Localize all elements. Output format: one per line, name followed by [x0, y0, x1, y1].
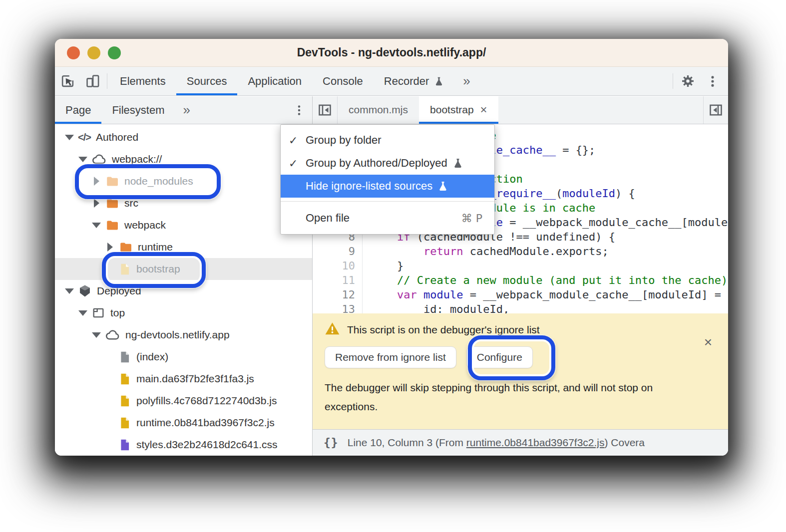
minimize-window-button[interactable]: [87, 46, 100, 59]
more-panels-chevron[interactable]: »: [175, 96, 198, 124]
close-tab-icon[interactable]: ×: [480, 103, 487, 117]
banner-description: The debugger will skip stepping through …: [325, 378, 679, 416]
toolbar-divider: [673, 73, 673, 89]
code-line-10: }: [371, 259, 728, 273]
toolbar-divider: [107, 73, 107, 89]
folder-icon: [118, 240, 133, 255]
tree-item-node-modules[interactable]: node_modules: [55, 170, 312, 192]
line-number-13[interactable]: 13: [313, 302, 355, 313]
configure-button[interactable]: Configure: [466, 346, 533, 368]
tree-item-runtime[interactable]: runtime: [55, 236, 312, 258]
expander-right-icon[interactable]: [91, 177, 102, 186]
folder-icon: [105, 196, 119, 211]
tree-item-main-da63f7b2fe3f1fa3-js[interactable]: main.da63f7b2fe3f1fa3.js: [55, 368, 312, 390]
cloud-icon: [105, 327, 120, 343]
tree-item-src[interactable]: src: [55, 192, 312, 214]
line-number-9[interactable]: 9: [313, 244, 355, 259]
checkmark-icon: ✓: [289, 157, 298, 170]
expander-down-icon[interactable]: [64, 135, 75, 140]
expander-down-icon[interactable]: [64, 288, 75, 294]
expander-down-icon[interactable]: [91, 332, 102, 338]
frame-icon: [91, 306, 105, 320]
tree-item-label: top: [110, 307, 125, 319]
expander-down-icon[interactable]: [91, 223, 102, 228]
shortcut-label: ⌘ P: [461, 212, 482, 225]
tree-item-ng-devtools-netlify-app[interactable]: ng-devtools.netlify.app: [55, 324, 312, 346]
line-number-10[interactable]: 10: [313, 259, 355, 273]
banner-title: This script is on the debugger's ignore …: [347, 324, 540, 336]
navigator-kebab-menu-icon[interactable]: [286, 96, 312, 124]
devtools-toolbar: Elements Sources Application Console Rec…: [55, 67, 728, 96]
expander-right-icon[interactable]: [104, 243, 115, 252]
tree-item-bootstrap[interactable]: bootstrap: [55, 258, 312, 280]
pretty-print-icon[interactable]: {}: [324, 436, 339, 449]
tree-item-polyfills-4c768d7122740d3b-js[interactable]: polyfills.4c768d7122740d3b.js: [55, 390, 312, 412]
zoom-window-button[interactable]: [108, 46, 121, 59]
tree-item-webpack[interactable]: webpack: [55, 214, 312, 236]
window-title: DevTools - ng-devtools.netlify.app/: [297, 46, 486, 59]
experiment-flask-icon: [437, 180, 449, 192]
tree-item-label: runtime: [138, 241, 173, 253]
tree-item-label: polyfills.4c768d7122740d3b.js: [136, 395, 277, 407]
menu-item-group-by-folder[interactable]: ✓ Group by folder: [281, 129, 494, 152]
editor-tab-common-mjs[interactable]: common.mjs: [338, 96, 419, 124]
tree-item-label: src: [124, 197, 138, 209]
tree-item-webpack-[interactable]: webpack://: [55, 148, 312, 170]
file-css-icon: [118, 438, 131, 452]
cursor-position-text: Line 10, Column 3 (From runtime.0b841bad…: [348, 437, 645, 449]
expander-right-icon[interactable]: [91, 199, 102, 208]
code-line-11: // Create a new module (and put it into …: [371, 273, 728, 287]
navigator-options-menu: ✓ Group by folder ✓ Group by Authored/De…: [280, 124, 495, 235]
tree-item-label: styles.d3e2b24618d2c641.css: [136, 439, 278, 451]
code-line-9: return cachedModule.exports;: [371, 244, 728, 259]
remove-from-ignore-list-button[interactable]: Remove from ignore list: [325, 346, 456, 368]
code-line-12: var module = __webpack_module_cache__[mo…: [371, 287, 728, 302]
tab-elements[interactable]: Elements: [109, 67, 176, 95]
source-map-link[interactable]: runtime.0b841bad3967f3c2.js: [466, 437, 605, 448]
hide-navigator-icon[interactable]: [313, 96, 338, 124]
expander-down-icon[interactable]: [77, 310, 88, 316]
tab-page[interactable]: Page: [55, 96, 101, 124]
close-window-button[interactable]: [67, 46, 80, 59]
banner-close-icon[interactable]: ×: [704, 335, 712, 349]
tree-item-label: Authored: [96, 131, 138, 143]
tab-recorder[interactable]: Recorder: [374, 67, 455, 95]
tree-item-label: (index): [136, 351, 168, 363]
editor-tab-bootstrap[interactable]: bootstrap ×: [419, 96, 498, 124]
tab-filesystem[interactable]: Filesystem: [101, 96, 175, 124]
code-brackets-icon: </>: [78, 132, 91, 143]
file-gray-icon: [118, 350, 131, 364]
menu-item-open-file[interactable]: Open file ⌘ P: [281, 205, 494, 231]
code-line-13: id: moduleId,: [371, 302, 728, 313]
tab-application[interactable]: Application: [237, 67, 312, 95]
expander-down-icon[interactable]: [77, 157, 88, 162]
line-number-12[interactable]: 12: [313, 287, 355, 302]
tree-item-authored[interactable]: </>Authored: [55, 126, 312, 148]
tree-item-label: webpack://: [112, 153, 162, 165]
tree-item-top[interactable]: top: [55, 302, 312, 324]
titlebar: DevTools - ng-devtools.netlify.app/: [55, 39, 728, 67]
kebab-menu-icon[interactable]: [700, 67, 725, 95]
line-number-11[interactable]: 11: [313, 273, 355, 287]
tree-item-runtime-0b841bad3967f3c2-js[interactable]: runtime.0b841bad3967f3c2.js: [55, 412, 312, 434]
cube-icon: [78, 284, 92, 298]
tree-item-styles-d3e2b24618d2c641-css[interactable]: styles.d3e2b24618d2c641.css: [55, 434, 312, 456]
show-sidebar-icon[interactable]: [703, 96, 728, 124]
more-tabs-chevron[interactable]: »: [455, 67, 478, 95]
tree-item--index-[interactable]: (index): [55, 346, 312, 368]
device-toolbar-icon[interactable]: [80, 67, 105, 95]
experiment-flask-icon: [452, 157, 464, 169]
tab-sources[interactable]: Sources: [176, 67, 238, 95]
tree-item-label: ng-devtools.netlify.app: [125, 329, 230, 341]
menu-item-group-by-authored-deployed[interactable]: ✓ Group by Authored/Deployed: [281, 152, 494, 175]
tab-console[interactable]: Console: [312, 67, 374, 95]
inspect-element-icon[interactable]: [55, 67, 80, 95]
tree-item-deployed[interactable]: Deployed: [55, 280, 312, 302]
settings-gear-icon[interactable]: [675, 67, 700, 95]
tree-item-label: node_modules: [124, 175, 193, 187]
window-controls: [67, 46, 121, 59]
folder-icon: [105, 218, 119, 233]
tree-item-label: Deployed: [97, 285, 141, 297]
menu-item-hide-ignore-listed-sources[interactable]: Hide ignore-listed sources: [281, 175, 494, 198]
warning-icon: [325, 321, 340, 339]
